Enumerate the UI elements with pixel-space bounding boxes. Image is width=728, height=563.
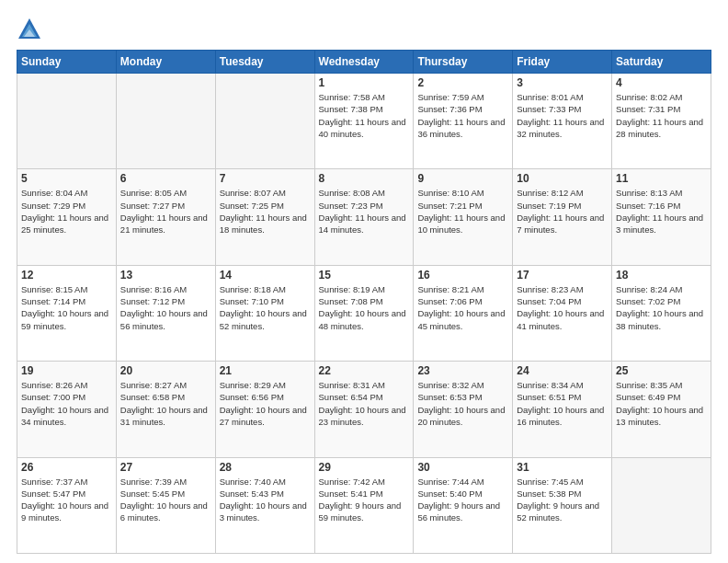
day-cell: [17, 74, 117, 169]
day-cell: 27Sunrise: 7:39 AM Sunset: 5:45 PM Dayli…: [116, 457, 215, 553]
day-info: Sunrise: 8:01 AM Sunset: 7:33 PM Dayligh…: [517, 91, 608, 140]
day-number: 14: [220, 269, 311, 282]
day-info: Sunrise: 8:34 AM Sunset: 6:51 PM Dayligh…: [517, 379, 608, 428]
calendar-table: SundayMondayTuesdayWednesdayThursdayFrid…: [17, 50, 711, 554]
day-cell: 12Sunrise: 8:15 AM Sunset: 7:14 PM Dayli…: [17, 265, 117, 361]
week-row-2: 5Sunrise: 8:04 AM Sunset: 7:29 PM Daylig…: [17, 169, 711, 265]
day-number: 22: [319, 364, 410, 377]
day-cell: 30Sunrise: 7:44 AM Sunset: 5:40 PM Dayli…: [414, 457, 513, 553]
day-number: 25: [616, 364, 707, 377]
day-info: Sunrise: 8:26 AM Sunset: 7:00 PM Dayligh…: [21, 379, 112, 428]
day-cell: 16Sunrise: 8:21 AM Sunset: 7:06 PM Dayli…: [414, 265, 513, 361]
day-cell: 17Sunrise: 8:23 AM Sunset: 7:04 PM Dayli…: [513, 265, 612, 361]
day-number: 26: [21, 461, 112, 474]
day-info: Sunrise: 8:10 AM Sunset: 7:21 PM Dayligh…: [417, 187, 508, 236]
day-cell: 26Sunrise: 7:37 AM Sunset: 5:47 PM Dayli…: [17, 457, 117, 553]
day-cell: 8Sunrise: 8:08 AM Sunset: 7:23 PM Daylig…: [314, 169, 414, 265]
day-info: Sunrise: 8:27 AM Sunset: 6:58 PM Dayligh…: [120, 379, 211, 428]
day-number: 27: [120, 461, 211, 474]
weekday-saturday: Saturday: [612, 51, 711, 74]
day-info: Sunrise: 8:16 AM Sunset: 7:12 PM Dayligh…: [120, 283, 211, 332]
day-info: Sunrise: 8:05 AM Sunset: 7:27 PM Dayligh…: [120, 187, 211, 236]
day-number: 2: [417, 76, 508, 89]
day-number: 30: [417, 461, 508, 474]
day-cell: 18Sunrise: 8:24 AM Sunset: 7:02 PM Dayli…: [612, 265, 711, 361]
day-number: 9: [417, 172, 508, 185]
week-row-3: 12Sunrise: 8:15 AM Sunset: 7:14 PM Dayli…: [17, 265, 711, 361]
week-row-1: 1Sunrise: 7:58 AM Sunset: 7:38 PM Daylig…: [17, 74, 711, 169]
day-cell: 15Sunrise: 8:19 AM Sunset: 7:08 PM Dayli…: [314, 265, 414, 361]
day-info: Sunrise: 8:04 AM Sunset: 7:29 PM Dayligh…: [21, 187, 112, 236]
day-info: Sunrise: 7:42 AM Sunset: 5:41 PM Dayligh…: [319, 476, 410, 524]
week-row-4: 19Sunrise: 8:26 AM Sunset: 7:00 PM Dayli…: [17, 362, 711, 457]
day-info: Sunrise: 8:32 AM Sunset: 6:53 PM Dayligh…: [417, 379, 508, 428]
day-cell: 21Sunrise: 8:29 AM Sunset: 6:56 PM Dayli…: [215, 362, 314, 457]
day-info: Sunrise: 8:23 AM Sunset: 7:04 PM Dayligh…: [517, 283, 608, 332]
weekday-friday: Friday: [513, 51, 612, 74]
day-cell: [116, 74, 215, 169]
weekday-wednesday: Wednesday: [314, 51, 414, 74]
header: [17, 17, 711, 42]
day-info: Sunrise: 8:29 AM Sunset: 6:56 PM Dayligh…: [220, 379, 311, 428]
day-number: 31: [517, 461, 608, 474]
day-info: Sunrise: 8:21 AM Sunset: 7:06 PM Dayligh…: [417, 283, 508, 332]
day-number: 10: [517, 172, 608, 185]
day-number: 11: [616, 172, 707, 185]
day-cell: 5Sunrise: 8:04 AM Sunset: 7:29 PM Daylig…: [17, 169, 117, 265]
day-info: Sunrise: 7:39 AM Sunset: 5:45 PM Dayligh…: [120, 476, 211, 524]
day-info: Sunrise: 7:59 AM Sunset: 7:36 PM Dayligh…: [417, 91, 508, 140]
day-cell: 25Sunrise: 8:35 AM Sunset: 6:49 PM Dayli…: [612, 362, 711, 457]
day-info: Sunrise: 8:19 AM Sunset: 7:08 PM Dayligh…: [319, 283, 410, 332]
weekday-sunday: Sunday: [17, 51, 117, 74]
day-cell: 22Sunrise: 8:31 AM Sunset: 6:54 PM Dayli…: [314, 362, 414, 457]
logo: [17, 17, 46, 42]
day-info: Sunrise: 8:02 AM Sunset: 7:31 PM Dayligh…: [616, 91, 707, 140]
day-info: Sunrise: 7:58 AM Sunset: 7:38 PM Dayligh…: [319, 91, 410, 140]
day-cell: 3Sunrise: 8:01 AM Sunset: 7:33 PM Daylig…: [513, 74, 612, 169]
day-cell: 6Sunrise: 8:05 AM Sunset: 7:27 PM Daylig…: [116, 169, 215, 265]
day-cell: 29Sunrise: 7:42 AM Sunset: 5:41 PM Dayli…: [314, 457, 414, 553]
weekday-thursday: Thursday: [414, 51, 513, 74]
day-info: Sunrise: 8:24 AM Sunset: 7:02 PM Dayligh…: [616, 283, 707, 332]
day-info: Sunrise: 8:31 AM Sunset: 6:54 PM Dayligh…: [319, 379, 410, 428]
day-number: 6: [120, 172, 211, 185]
weekday-tuesday: Tuesday: [215, 51, 314, 74]
day-number: 16: [417, 269, 508, 282]
day-number: 29: [319, 461, 410, 474]
day-number: 5: [21, 172, 112, 185]
day-cell: [215, 74, 314, 169]
day-cell: 20Sunrise: 8:27 AM Sunset: 6:58 PM Dayli…: [116, 362, 215, 457]
day-cell: 2Sunrise: 7:59 AM Sunset: 7:36 PM Daylig…: [414, 74, 513, 169]
day-number: 19: [21, 364, 112, 377]
day-number: 18: [616, 269, 707, 282]
day-number: 23: [417, 364, 508, 377]
day-number: 4: [616, 76, 707, 89]
weekday-header-row: SundayMondayTuesdayWednesdayThursdayFrid…: [17, 51, 711, 74]
day-number: 3: [517, 76, 608, 89]
day-number: 12: [21, 269, 112, 282]
day-info: Sunrise: 7:45 AM Sunset: 5:38 PM Dayligh…: [517, 476, 608, 524]
weekday-monday: Monday: [116, 51, 215, 74]
day-number: 15: [319, 269, 410, 282]
day-cell: 10Sunrise: 8:12 AM Sunset: 7:19 PM Dayli…: [513, 169, 612, 265]
day-cell: 4Sunrise: 8:02 AM Sunset: 7:31 PM Daylig…: [612, 74, 711, 169]
day-cell: 1Sunrise: 7:58 AM Sunset: 7:38 PM Daylig…: [314, 74, 414, 169]
day-number: 7: [220, 172, 311, 185]
day-info: Sunrise: 7:40 AM Sunset: 5:43 PM Dayligh…: [220, 476, 311, 524]
day-number: 17: [517, 269, 608, 282]
day-info: Sunrise: 7:44 AM Sunset: 5:40 PM Dayligh…: [417, 476, 508, 524]
day-cell: 13Sunrise: 8:16 AM Sunset: 7:12 PM Dayli…: [116, 265, 215, 361]
day-cell: 9Sunrise: 8:10 AM Sunset: 7:21 PM Daylig…: [414, 169, 513, 265]
day-number: 20: [120, 364, 211, 377]
page: SundayMondayTuesdayWednesdayThursdayFrid…: [0, 0, 728, 563]
day-cell: 28Sunrise: 7:40 AM Sunset: 5:43 PM Dayli…: [215, 457, 314, 553]
day-cell: 24Sunrise: 8:34 AM Sunset: 6:51 PM Dayli…: [513, 362, 612, 457]
day-cell: 19Sunrise: 8:26 AM Sunset: 7:00 PM Dayli…: [17, 362, 117, 457]
day-cell: 14Sunrise: 8:18 AM Sunset: 7:10 PM Dayli…: [215, 265, 314, 361]
day-cell: 7Sunrise: 8:07 AM Sunset: 7:25 PM Daylig…: [215, 169, 314, 265]
day-cell: [612, 457, 711, 553]
day-number: 8: [319, 172, 410, 185]
day-number: 13: [120, 269, 211, 282]
day-cell: 31Sunrise: 7:45 AM Sunset: 5:38 PM Dayli…: [513, 457, 612, 553]
day-info: Sunrise: 8:18 AM Sunset: 7:10 PM Dayligh…: [220, 283, 311, 332]
